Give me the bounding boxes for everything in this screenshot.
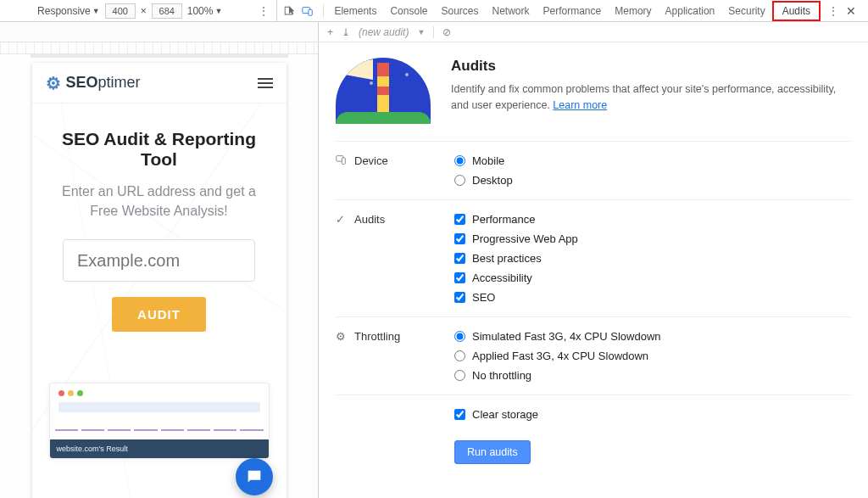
- run-audits-button[interactable]: Run audits: [454, 440, 531, 464]
- checkbox-seo[interactable]: [454, 292, 465, 303]
- devtools-tab-bar: Elements Console Sources Network Perform…: [277, 0, 868, 21]
- audits-description: Identify and fix common problems that af…: [451, 81, 851, 114]
- config-section-throttling: ⚙ Throttling Simulated Fast 3G, 4x CPU S…: [336, 316, 851, 394]
- config-section-clear-storage: Clear storage: [336, 394, 851, 434]
- audits-panel: Audits Identify and fix common problems …: [319, 42, 868, 498]
- url-input[interactable]: [63, 239, 255, 282]
- toggle-device-toolbar-icon[interactable]: [301, 4, 314, 18]
- checkbox-performance[interactable]: [454, 214, 465, 225]
- viewport-height-input[interactable]: [152, 3, 182, 19]
- tab-memory[interactable]: Memory: [608, 0, 658, 22]
- zoom-label: 100%: [187, 5, 214, 17]
- config-section-device: Device Mobile Desktop: [336, 141, 851, 199]
- emulated-page: ⚙ SEOptimer SEO Audit & Reporting Tool E…: [32, 63, 287, 498]
- radio-desktop[interactable]: [454, 175, 465, 186]
- radio-no-throttling[interactable]: [454, 370, 465, 381]
- lighthouse-illustration: [336, 58, 431, 124]
- learn-more-link[interactable]: Learn more: [553, 99, 607, 111]
- audit-option-performance[interactable]: Performance: [454, 213, 851, 226]
- hero-subtitle: Enter an URL address and get a Free Webs…: [47, 182, 271, 221]
- throttling-label: Throttling: [354, 330, 400, 343]
- gear-icon: ⚙: [336, 330, 348, 343]
- audit-option-pwa[interactable]: Progressive Web App: [454, 232, 851, 245]
- device-toolbar-menu-icon[interactable]: ⋮: [258, 5, 270, 17]
- devtools-menu-icon[interactable]: ⋮: [827, 5, 839, 17]
- svg-rect-3: [342, 158, 345, 164]
- audit-dropdown-placeholder[interactable]: (new audit): [359, 26, 409, 38]
- checkbox-clear-storage[interactable]: [454, 409, 465, 420]
- device-viewport-column: ⚙ SEOptimer SEO Audit & Reporting Tool E…: [0, 42, 319, 498]
- inspect-element-icon[interactable]: [282, 4, 296, 18]
- config-section-audits: ✓ Audits Performance Progressive Web App…: [336, 199, 851, 316]
- tab-console[interactable]: Console: [383, 0, 434, 22]
- clear-audits-icon[interactable]: ⊘: [442, 26, 451, 38]
- checkbox-pwa[interactable]: [454, 233, 465, 244]
- tab-network[interactable]: Network: [486, 0, 537, 22]
- audit-button[interactable]: AUDIT: [112, 297, 206, 332]
- device-toolbar: Responsive ▼ × 100% ▼ ⋮: [0, 0, 277, 21]
- tab-audits[interactable]: Audits: [772, 1, 821, 21]
- site-header: ⚙ SEOptimer: [32, 63, 287, 104]
- tab-application[interactable]: Application: [659, 0, 722, 22]
- checkbox-accessibility[interactable]: [454, 272, 465, 283]
- clear-storage-option[interactable]: Clear storage: [454, 408, 851, 421]
- audit-option-accessibility[interactable]: Accessibility: [454, 271, 851, 284]
- top-toolbar: Responsive ▼ × 100% ▼ ⋮ Elements Console…: [0, 0, 868, 22]
- device-option-desktop[interactable]: Desktop: [454, 174, 851, 187]
- audits-label: Audits: [354, 213, 385, 226]
- viewport-width-input[interactable]: [105, 3, 136, 19]
- device-icon: [336, 154, 348, 168]
- svg-rect-1: [309, 9, 312, 15]
- hero-title: SEO Audit & Reporting Tool: [47, 129, 271, 170]
- tab-sources[interactable]: Sources: [434, 0, 485, 22]
- tab-elements[interactable]: Elements: [327, 0, 383, 22]
- window-dots-icon: [58, 390, 83, 396]
- responsive-mode-dropdown[interactable]: Responsive ▼: [37, 5, 100, 17]
- download-report-icon[interactable]: ⤓: [342, 26, 350, 38]
- audits-heading: Audits: [451, 58, 851, 75]
- dimension-separator: ×: [141, 5, 147, 17]
- throttling-option-none[interactable]: No throttling: [454, 369, 851, 382]
- hamburger-menu-icon[interactable]: [258, 78, 273, 88]
- radio-mobile[interactable]: [454, 155, 465, 166]
- viewport-resize-handle[interactable]: [31, 54, 288, 58]
- throttling-option-simulated[interactable]: Simulated Fast 3G, 4x CPU Slowdown: [454, 330, 851, 343]
- audit-option-best-practices[interactable]: Best practices: [454, 252, 851, 265]
- chevron-down-icon: ▼: [92, 7, 100, 15]
- chat-widget-icon[interactable]: [236, 458, 273, 495]
- result-preview-card: website.com's Result: [49, 383, 270, 459]
- zoom-dropdown[interactable]: 100% ▼: [187, 5, 223, 17]
- brand-strong: SEO: [66, 74, 98, 91]
- main-area: ⚙ SEOptimer SEO Audit & Reporting Tool E…: [0, 42, 868, 498]
- device-option-mobile[interactable]: Mobile: [454, 154, 851, 167]
- check-icon: ✓: [336, 213, 348, 226]
- close-devtools-icon[interactable]: ✕: [846, 4, 856, 18]
- audit-option-seo[interactable]: SEO: [454, 291, 851, 304]
- site-logo[interactable]: ⚙ SEOptimer: [46, 73, 141, 93]
- ruler-horizontal: [0, 42, 318, 54]
- brand-rest: ptimer: [98, 74, 141, 91]
- gear-icon: ⚙: [46, 73, 61, 93]
- new-audit-icon[interactable]: +: [327, 26, 333, 38]
- preview-caption: website.com's Result: [50, 439, 269, 458]
- radio-simulated-3g[interactable]: [454, 331, 465, 342]
- throttling-option-applied[interactable]: Applied Fast 3G, 4x CPU Slowdown: [454, 350, 851, 362]
- tab-performance[interactable]: Performance: [537, 0, 609, 22]
- audits-sub-toolbar: + ⤓ (new audit) ▼ ⊘: [0, 22, 868, 42]
- checkbox-best-practices[interactable]: [454, 253, 465, 264]
- tab-security[interactable]: Security: [721, 0, 771, 22]
- radio-applied-3g[interactable]: [454, 350, 465, 361]
- chevron-down-icon: ▼: [214, 7, 222, 15]
- responsive-mode-label: Responsive: [37, 5, 91, 17]
- device-label: Device: [354, 154, 388, 167]
- hero-section: SEO Audit & Reporting Tool Enter an URL …: [32, 104, 287, 349]
